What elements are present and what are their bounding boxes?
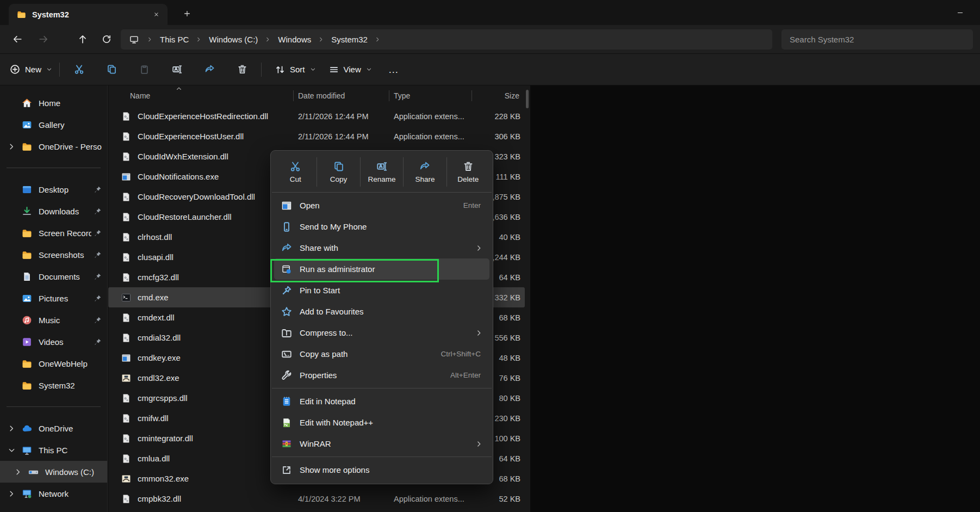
column-headers: NameDate modifiedTypeSize [108,85,530,106]
copy-icon [333,161,344,172]
more-options-button[interactable]: … [388,64,399,76]
new-tab-button[interactable] [181,7,194,20]
menu-command-delete[interactable]: Delete [447,154,489,190]
menu-item-show-more-options[interactable]: Show more options [274,459,489,480]
sort-button-label: Sort [290,65,305,74]
menu-item-pin-to-start[interactable]: Pin to Start [274,280,489,301]
sidebar-item-label: Videos [39,337,91,347]
back-button[interactable] [8,29,27,49]
navigation-bar: This PCWindows (C:)WindowsSystem32 Searc… [0,25,980,53]
sidebar-item-onedrive-persona[interactable]: OneDrive - Persona [0,135,107,157]
menu-command-cut[interactable]: Cut [274,154,317,190]
sidebar-item-music[interactable]: Music [0,309,107,331]
file-name-text: cmdext.dll [138,313,175,322]
sidebar-item-label: Screen Recordin [39,229,91,238]
view-button[interactable]: View [329,65,372,75]
file-name: cmdial32.dll [108,333,293,343]
paste-button[interactable] [132,59,156,80]
chevron-right-icon[interactable] [8,143,16,151]
menu-command-share[interactable]: Share [404,154,446,190]
breadcrumb: This PCWindows (C:)WindowsSystem32 [121,29,772,50]
file-row-cloudexperiencehostredirection-dll[interactable]: CloudExperienceHostRedirection.dll2/11/2… [108,106,525,126]
sidebar-item-this-pc[interactable]: This PC [0,439,107,461]
breadcrumb-item-system32[interactable]: System32 [330,34,369,45]
sort-button[interactable]: Sort [275,65,316,75]
search-input[interactable]: Search System32 [781,29,973,50]
column-separator[interactable] [293,90,294,101]
file-row-cloudexperiencehostuser-dll[interactable]: CloudExperienceHostUser.dll2/11/2026 12:… [108,126,525,146]
column-header-name[interactable]: Name [108,91,293,100]
menu-command-rename[interactable]: Rename [361,154,403,190]
menu-item-copy-as-path[interactable]: Copy as pathCtrl+Shift+C [274,343,489,365]
sidebar-item-onedrive[interactable]: OneDrive [0,417,107,439]
file-name-text: cmmon32.exe [138,474,189,483]
sidebar-item-pictures[interactable]: Pictures [0,287,107,309]
explorer-tab[interactable]: System32 [9,4,168,25]
file-name-text: CloudIdWxhExtension.dll [138,152,228,161]
sidebar-item-desktop[interactable]: Desktop [0,178,107,200]
file-name: cmgrcspps.dll [108,393,293,403]
menu-item-shortcut: Ctrl+Shift+C [441,350,481,358]
up-button[interactable] [73,29,92,49]
menu-item-add-to-favourites[interactable]: Add to Favourites [274,301,489,322]
file-row-cmpbk32-dll[interactable]: cmpbk32.dll4/1/2024 3:22 PMApplication e… [108,489,525,509]
share-button[interactable] [197,59,221,80]
rename-icon [376,161,387,172]
forward-button[interactable] [34,29,53,49]
menu-item-label: Add to Favourites [300,307,489,316]
breadcrumb-item-windows[interactable]: Windows [277,34,312,45]
menu-item-send-to-my-phone[interactable]: Send to My Phone [274,216,489,237]
sidebar-item-documents[interactable]: Documents [0,266,107,287]
menu-item-edit-with-notepad[interactable]: Edit with Notepad++ [274,412,489,433]
column-separator[interactable] [472,90,472,101]
chevron-down-icon[interactable] [8,446,16,454]
minimize-button[interactable] [947,3,972,22]
pin-icon [94,207,102,215]
menu-item-winrar[interactable]: WinRAR [274,433,489,454]
chevron-right-icon[interactable] [8,490,16,498]
column-separator[interactable] [389,90,389,101]
rename-button[interactable] [165,59,189,80]
menu-item-compress-to[interactable]: Compress to... [274,322,489,343]
column-header-size[interactable]: Size [472,91,524,100]
menu-item-label: Compress to... [300,328,475,337]
chevron-down-icon [46,66,52,72]
chevron-right-icon[interactable] [14,468,22,476]
sidebar-item-system32[interactable]: System32 [0,374,107,396]
sidebar-item-windows-c[interactable]: Windows (C:) [0,461,107,483]
cut-button[interactable] [67,59,91,80]
breadcrumb-item-this-pc[interactable]: This PC [159,34,190,45]
sidebar-item-home[interactable]: Home [0,92,107,114]
delete-button[interactable] [230,59,254,80]
new-button[interactable]: New [10,64,52,75]
file-date-modified: 2/11/2026 12:44 PM [293,112,389,121]
copy-button[interactable] [100,59,123,80]
menu-command-copy[interactable]: Copy [317,154,359,190]
sidebar-item-gallery[interactable]: Gallery [0,114,107,135]
breadcrumb-item-windows-c[interactable]: Windows (C:) [208,34,259,45]
tab-close-icon[interactable] [149,8,163,22]
menu-item-share-with[interactable]: Share with [274,237,489,258]
chevron-right-icon[interactable] [8,424,16,433]
refresh-button[interactable] [97,29,116,49]
file-name-text: CloudRecoveryDownloadTool.dll [138,192,255,201]
sidebar-item-label: Windows (C:) [45,467,102,477]
sidebar-item-screenshots[interactable]: Screenshots [0,244,107,266]
menu-item-properties[interactable]: PropertiesAlt+Enter [274,365,489,386]
file-type: Application extens... [389,495,472,503]
sidebar-item-onewebhelp[interactable]: OneWebHelp [0,353,107,374]
menu-item-shortcut: Enter [463,201,481,209]
sidebar-item-downloads[interactable]: Downloads [0,200,107,222]
column-header-type[interactable]: Type [389,91,472,100]
sidebar-item-label: Downloads [39,207,91,216]
menu-item-edit-in-notepad[interactable]: Edit in Notepad [274,391,489,412]
dll-file-icon [121,232,131,242]
scrollbar-thumb[interactable] [526,90,529,108]
menu-item-open[interactable]: OpenEnter [274,195,489,216]
folder-icon [22,380,32,391]
sidebar-item-network[interactable]: Network [0,483,107,504]
sidebar-item-screen-recordin[interactable]: Screen Recordin [0,222,107,244]
sidebar-item-videos[interactable]: Videos [0,331,107,353]
dll-file-icon [121,454,131,464]
column-header-date-modified[interactable]: Date modified [293,91,389,100]
